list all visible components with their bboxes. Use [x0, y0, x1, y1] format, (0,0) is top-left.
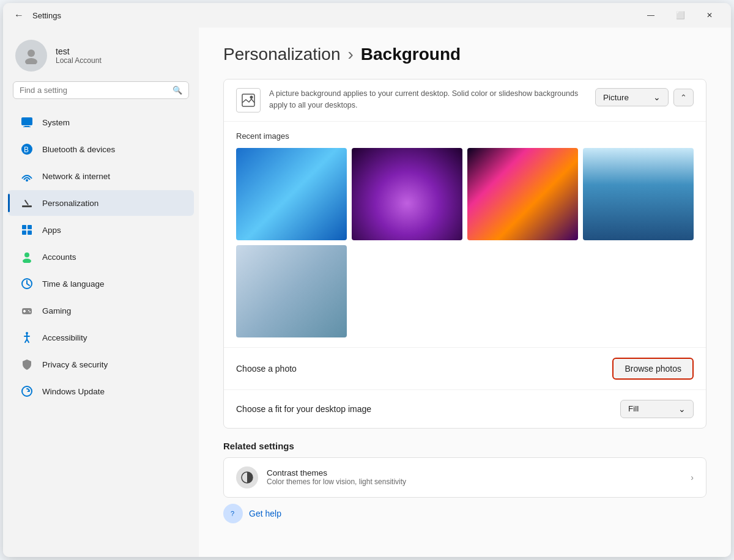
sidebar-item-label-gaming: Gaming	[42, 306, 71, 315]
sidebar-item-privacy[interactable]: Privacy & security	[8, 352, 194, 377]
svg-rect-13	[28, 230, 32, 235]
get-help-icon: ?	[223, 504, 243, 523]
window-controls: — ⬜ ✕	[637, 6, 724, 25]
background-type-text: A picture background applies to your cur…	[269, 88, 595, 111]
sidebar-item-bluetooth[interactable]: B Bluetooth & devices	[8, 136, 194, 162]
sidebar-item-label-accessibility: Accessibility	[42, 333, 87, 342]
breadcrumb-parent: Personalization	[223, 45, 340, 64]
privacy-icon	[20, 358, 34, 371]
svg-rect-9	[24, 200, 29, 205]
user-name: test	[56, 46, 102, 56]
background-description: A picture background applies to your cur…	[269, 88, 595, 111]
svg-point-1	[25, 58, 37, 64]
svg-rect-11	[28, 225, 32, 229]
close-button[interactable]: ✕	[695, 6, 724, 25]
related-settings-card: Contrast themes Color themes for low vis…	[223, 457, 706, 498]
svg-text:?: ?	[231, 510, 234, 517]
sidebar-item-gaming[interactable]: Gaming	[8, 298, 194, 323]
image-thumbnail-3[interactable]	[467, 148, 578, 240]
choose-photo-row: Choose a photo Browse photos	[224, 348, 706, 390]
sidebar-item-time[interactable]: Time & language	[8, 271, 194, 297]
maximize-button[interactable]: ⬜	[666, 6, 694, 25]
images-grid-row2	[236, 245, 694, 337]
sidebar-item-system[interactable]: System	[8, 109, 194, 135]
svg-point-21	[29, 311, 31, 312]
sidebar-item-personalization[interactable]: Personalization	[8, 190, 194, 216]
back-button[interactable]: ←	[10, 7, 28, 24]
apps-icon	[20, 223, 34, 237]
sidebar-item-label-personalization: Personalization	[42, 199, 98, 208]
sidebar: test Local Account 🔍 System	[3, 28, 199, 557]
related-sub-contrast: Color themes for low vision, light sensi…	[267, 477, 691, 486]
user-info: test Local Account	[56, 46, 102, 65]
svg-point-23	[22, 386, 32, 396]
svg-rect-12	[22, 230, 26, 235]
related-item-contrast[interactable]: Contrast themes Color themes for low vis…	[224, 458, 706, 497]
svg-rect-8	[22, 205, 32, 207]
sidebar-item-accounts[interactable]: Accounts	[8, 244, 194, 270]
svg-rect-19	[23, 311, 26, 312]
user-section: test Local Account	[3, 28, 199, 81]
sidebar-item-label-accounts: Accounts	[42, 252, 76, 262]
page-header: Personalization › Background	[223, 45, 706, 64]
get-help-link[interactable]: Get help	[249, 509, 281, 518]
background-type-dropdown[interactable]: Picture ⌄	[595, 88, 669, 106]
sidebar-item-label-privacy: Privacy & security	[42, 360, 108, 369]
recent-images-label: Recent images	[236, 131, 694, 141]
sidebar-item-label-update: Windows Update	[42, 387, 105, 396]
titlebar: ← Settings — ⬜ ✕	[3, 3, 731, 28]
svg-point-7	[26, 179, 28, 182]
breadcrumb-separator: ›	[347, 45, 353, 64]
fit-value: Fill	[628, 404, 639, 413]
breadcrumb-current: Background	[361, 45, 461, 64]
fit-dropdown[interactable]: Fill ⌄	[620, 400, 694, 418]
svg-point-0	[28, 50, 35, 57]
personalization-icon	[20, 196, 34, 210]
svg-point-15	[23, 259, 31, 263]
collapse-section-button[interactable]: ⌃	[673, 89, 694, 106]
minimize-button[interactable]: —	[637, 6, 665, 25]
related-text-contrast: Contrast themes Color themes for low vis…	[267, 468, 691, 486]
svg-rect-10	[22, 225, 26, 229]
svg-rect-4	[23, 127, 31, 127]
svg-rect-2	[21, 117, 32, 125]
avatar	[15, 40, 47, 72]
search-box[interactable]: 🔍	[13, 81, 189, 99]
contrast-themes-icon	[236, 466, 258, 488]
sidebar-item-accessibility[interactable]: Accessibility	[8, 325, 194, 350]
choose-photo-label: Choose a photo	[236, 364, 612, 374]
gaming-icon	[20, 304, 34, 317]
browse-photos-button[interactable]: Browse photos	[612, 358, 694, 380]
sidebar-item-update[interactable]: Windows Update	[8, 378, 194, 404]
time-icon	[20, 277, 34, 290]
settings-window: ← Settings — ⬜ ✕ test Local Account	[3, 3, 731, 557]
sidebar-item-label-system: System	[42, 118, 70, 127]
background-type-icon	[236, 88, 261, 112]
search-input[interactable]	[20, 86, 168, 95]
accessibility-icon	[20, 331, 34, 344]
sidebar-item-network[interactable]: Network & internet	[8, 163, 194, 189]
background-type-value: Picture	[603, 93, 629, 102]
chevron-down-icon-2: ⌄	[678, 404, 686, 414]
sidebar-item-apps[interactable]: Apps	[8, 217, 194, 243]
background-type-select: Picture ⌄ ⌃	[595, 88, 694, 106]
update-icon	[20, 385, 34, 398]
background-card: A picture background applies to your cur…	[223, 79, 706, 429]
svg-point-26	[250, 96, 253, 99]
system-icon	[20, 116, 34, 129]
background-type-row: A picture background applies to your cur…	[224, 79, 706, 122]
image-thumbnail-2[interactable]	[352, 148, 462, 240]
sidebar-item-label-apps: Apps	[42, 226, 61, 235]
sidebar-item-label-bluetooth: Bluetooth & devices	[42, 145, 115, 154]
recent-images-section: Recent images	[224, 122, 706, 348]
image-thumbnail-1[interactable]	[236, 148, 347, 240]
bluetooth-icon: B	[20, 142, 34, 156]
search-icon: 🔍	[172, 86, 182, 95]
chevron-down-icon: ⌄	[653, 92, 661, 102]
image-thumbnail-4[interactable]	[583, 148, 694, 240]
get-help-row: ? Get help	[223, 498, 706, 529]
image-thumbnail-5[interactable]	[236, 245, 347, 337]
images-grid	[236, 148, 694, 240]
sidebar-item-label-network: Network & internet	[42, 172, 110, 181]
related-title-contrast: Contrast themes	[267, 468, 691, 477]
